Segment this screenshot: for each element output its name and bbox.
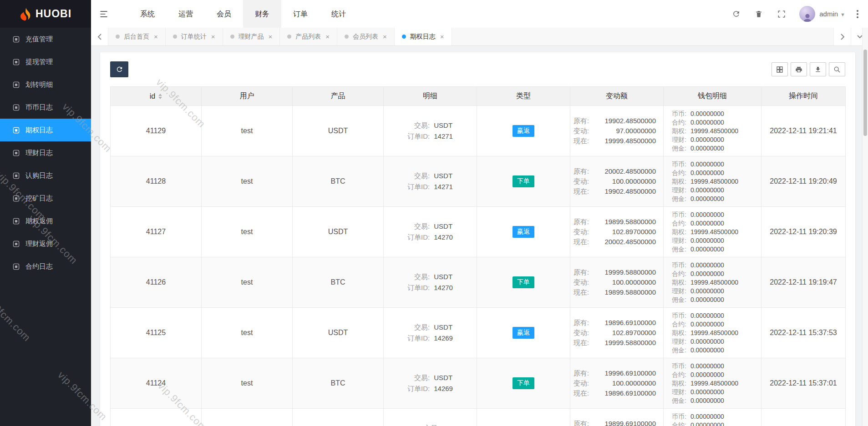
sidebar: HUOBI 充值管理提现管理划转明细币币日志期权日志理财日志认购日志挖矿日志期权… [0,0,91,426]
menu-item-icon [13,104,20,111]
hamburger-icon [99,10,108,19]
sidebar-menu: 充值管理提现管理划转明细币币日志期权日志理财日志认购日志挖矿日志期权返佣理财返佣… [0,28,91,278]
tab-strip: 后台首页×订单统计×理财产品×产品列表×会员列表×期权日志× [108,28,833,45]
cell-time [761,409,846,426]
print-button[interactable] [791,62,807,76]
download-icon [814,66,822,73]
avatar[interactable] [799,6,815,22]
cell-id: 41125 [111,308,202,358]
nav-item-统计[interactable]: 统计 [320,0,358,28]
menu-item-label: 充值管理 [25,35,53,44]
tab-close-icon[interactable]: × [154,33,158,40]
tab-close-icon[interactable]: × [211,33,215,40]
sidebar-item-认购日志[interactable]: 认购日志 [0,164,91,187]
column-header-操作时间: 操作时间 [761,87,846,106]
tabs-scroll-right-button[interactable] [833,28,851,45]
cell-product: USDT [293,207,384,257]
table-row: 41127testUSDT交易:USDT订单ID:14270赢返原有:19899… [111,207,846,257]
more-vertical-icon [857,10,858,18]
menu-item-icon [13,81,20,88]
cell-product: USDT [293,308,384,358]
sidebar-item-挖矿日志[interactable]: 挖矿日志 [0,187,91,210]
tab-close-icon[interactable]: × [383,33,387,40]
menu-item-icon [13,36,20,43]
clear-cache-button[interactable] [747,0,770,28]
fullscreen-icon [777,10,786,18]
refresh-cache-button[interactable] [725,0,747,28]
sidebar-item-充值管理[interactable]: 充值管理 [0,28,91,50]
sidebar-item-合约日志[interactable]: 合约日志 [0,255,91,278]
table-row: 交易:订单ID:原有:19899.69100000变动:现在:币币:0.0000… [111,409,846,426]
tab-产品列表[interactable]: 产品列表× [280,28,337,45]
cell-type [477,409,570,426]
tab-bar: 后台首页×订单统计×理财产品×产品列表×会员列表×期权日志× [91,28,868,46]
sidebar-item-理财日志[interactable]: 理财日志 [0,141,91,164]
cell-change: 原有:19899.58800000变动:102.89700000现在:20002… [570,207,664,257]
menu-item-icon [13,195,20,202]
nav-item-订单[interactable]: 订单 [281,0,320,28]
table-row: 41128testBTC交易:USDT订单ID:14271下单原有:20002.… [111,156,846,207]
tab-理财产品[interactable]: 理财产品× [223,28,280,45]
cell-product: BTC [293,156,384,207]
menu-item-icon [13,172,20,179]
menu-item-label: 币币日志 [25,103,53,112]
nav-item-财务[interactable]: 财务 [243,0,281,28]
tab-dot-icon [116,35,120,39]
refresh-icon [732,10,741,18]
cell-change: 原有:20002.48500000变动:100.00000000现在:19902… [570,156,664,207]
tab-close-icon[interactable]: × [269,33,273,40]
tab-label: 订单统计 [181,33,207,41]
more-options-button[interactable] [850,0,865,28]
cell-detail: 交易:USDT订单ID:14271 [384,156,477,207]
search-button[interactable] [829,62,845,76]
tab-label: 会员列表 [353,33,378,41]
cell-type: 下单 [477,257,570,308]
tab-会员列表[interactable]: 会员列表× [337,28,395,45]
filter-columns-button[interactable] [772,62,788,76]
scrollbar-thumb[interactable] [863,50,867,136]
cell-wallet: 币币:0.00000000合约:0.00000000期权:理财:佣金: [664,409,761,426]
menu-item-label: 期权返佣 [25,217,53,226]
sidebar-item-期权日志[interactable]: 期权日志 [0,119,91,141]
sidebar-item-期权返佣[interactable]: 期权返佣 [0,210,91,232]
type-badge: 赢返 [513,226,534,238]
table-refresh-button[interactable] [110,61,128,77]
vertical-scrollbar[interactable] [862,28,868,426]
cell-time: 2022-12-11 19:20:39 [761,207,846,257]
printer-icon [795,66,802,73]
trash-icon [755,10,763,18]
table-header-row: id用户产品明细类型变动额钱包明细操作时间 [111,87,846,106]
tab-期权日志[interactable]: 期权日志× [395,28,452,45]
cell-type: 下单 [477,156,570,207]
fullscreen-button[interactable] [770,0,793,28]
top-nav: 系统运营会员财务订单统计 [128,0,358,28]
cell-time: 2022-12-11 15:37:53 [761,308,846,358]
cell-time: 2022-12-11 19:19:47 [761,257,846,308]
cell-id: 41129 [111,106,202,156]
tabs-scroll-left-button[interactable] [91,28,108,45]
cell-user: test [202,106,293,156]
sidebar-item-币币日志[interactable]: 币币日志 [0,96,91,119]
brand-logo[interactable]: HUOBI [0,0,91,28]
menu-item-icon [13,127,20,134]
column-header-id[interactable]: id [111,87,202,106]
sidebar-item-提现管理[interactable]: 提现管理 [0,50,91,73]
nav-item-会员[interactable]: 会员 [205,0,243,28]
chevron-down-icon[interactable]: ▼ [840,12,845,17]
tab-dot-icon [287,35,291,39]
export-button[interactable] [810,62,826,76]
cell-type: 下单 [477,358,570,409]
sidebar-item-理财返佣[interactable]: 理财返佣 [0,232,91,255]
collapse-menu-button[interactable] [91,0,117,28]
tab-订单统计[interactable]: 订单统计× [166,28,223,45]
sidebar-item-划转明细[interactable]: 划转明细 [0,73,91,96]
nav-item-系统[interactable]: 系统 [128,0,167,28]
chevron-down-icon [857,35,863,39]
user-name[interactable]: admin [819,10,838,18]
tab-close-icon[interactable]: × [325,33,330,40]
menu-item-icon [13,218,20,225]
tab-后台首页[interactable]: 后台首页× [108,28,166,45]
nav-item-运营[interactable]: 运营 [167,0,205,28]
tab-close-icon[interactable]: × [440,33,444,40]
sort-icons[interactable] [158,94,162,99]
